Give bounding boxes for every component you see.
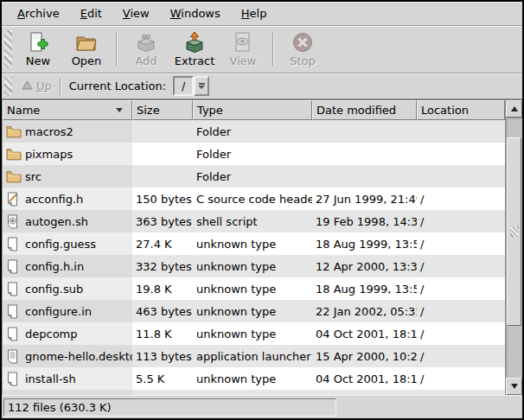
- cell-date: 04 Oct 2001, 18:12: [312, 367, 417, 390]
- file-icon: [6, 237, 25, 251]
- stop-button[interactable]: Stop: [278, 28, 327, 71]
- cell-location: /: [417, 210, 505, 232]
- cell-size: 150 bytes: [132, 188, 193, 210]
- cell-type: Folder: [193, 143, 312, 165]
- combo-dropdown-icon[interactable]: [194, 76, 209, 96]
- column-header-name[interactable]: Name: [3, 100, 132, 120]
- file-icon: [6, 259, 25, 274]
- cell-type: unknown type: [193, 255, 312, 277]
- toolbar-button-label: Stop: [290, 54, 316, 67]
- location-combobox[interactable]: /: [173, 76, 209, 96]
- up-button-label: Up: [36, 80, 52, 92]
- column-header-size[interactable]: Size: [132, 100, 193, 120]
- scrollbar-grip-icon: [510, 226, 519, 237]
- scrollbar-thumb[interactable]: [507, 137, 521, 326]
- table-row[interactable]: acconfig.h150 bytesC source code header2…: [3, 188, 505, 210]
- add-button[interactable]: Add: [122, 28, 170, 71]
- cell-type: unknown type: [193, 277, 312, 300]
- toolbar: NewOpenAddExtractViewStop: [2, 26, 522, 73]
- cell-date: [312, 143, 417, 165]
- file-table: NameSizeTypeDate modifiedLocation macros…: [2, 99, 522, 395]
- scrollbar-track[interactable]: [506, 118, 522, 378]
- cell-location: /: [417, 277, 505, 300]
- menu-help[interactable]: Help: [231, 3, 278, 23]
- cell-date: [312, 120, 417, 143]
- cell-date: 18 Aug 1999, 13:53: [312, 277, 417, 300]
- extract-button[interactable]: Extract: [170, 28, 219, 71]
- cell-location: /: [417, 367, 505, 390]
- file-name: depcomp: [25, 328, 78, 340]
- toolbar-grip-handle[interactable]: [4, 30, 12, 68]
- folder-icon: [6, 148, 25, 161]
- stop-icon: [291, 30, 314, 54]
- table-row[interactable]: gnome-hello.desktop113 bytesapplication …: [3, 345, 505, 367]
- table-row[interactable]: depcomp11.8 Kunknown type04 Oct 2001, 18…: [3, 322, 505, 345]
- open-archive-icon: [74, 30, 99, 54]
- column-header-date[interactable]: Date modified: [312, 100, 417, 120]
- table-row[interactable]: config.h.in332 bytesunknown type12 Apr 2…: [3, 255, 505, 277]
- column-header-location[interactable]: Location: [417, 100, 505, 120]
- cell-size: 332 bytes: [132, 255, 193, 277]
- column-header-label: Date modified: [316, 104, 396, 117]
- table-row[interactable]: srcFolder: [3, 165, 505, 188]
- cell-name: gnome-hello.desktop: [3, 345, 132, 367]
- column-header-type[interactable]: Type: [193, 100, 312, 120]
- table-row[interactable]: config.sub19.8 Kunknown type18 Aug 1999,…: [3, 277, 505, 300]
- menu-windows[interactable]: Windows: [160, 3, 231, 23]
- cell-date: 04 Oct 2001, 18:12: [312, 322, 417, 345]
- table-row[interactable]: macros2Folder: [3, 120, 505, 143]
- new-button[interactable]: New: [14, 28, 62, 71]
- cell-type: Folder: [193, 120, 312, 143]
- view-button[interactable]: View: [219, 28, 267, 71]
- cell-type: unknown type: [193, 232, 312, 255]
- file-name: acconfig.h: [25, 193, 83, 206]
- cell-location: /: [417, 322, 505, 345]
- file-name: config.sub: [25, 283, 83, 296]
- cell-location: [417, 165, 505, 188]
- menu-archive[interactable]: Archive: [7, 3, 70, 23]
- statusbar: 112 files (630.3 K): [2, 395, 522, 418]
- cell-location: /: [417, 300, 505, 322]
- cell-name: autogen.sh: [3, 210, 132, 232]
- extract-icon: [183, 30, 206, 54]
- cell-name: configure.in: [3, 300, 132, 322]
- table-row[interactable]: autogen.sh363 bytesshell script19 Feb 19…: [3, 210, 505, 232]
- cell-date: 19 Feb 1998, 14:31: [312, 210, 417, 232]
- cell-date: 15 Apr 2000, 10:21: [312, 345, 417, 367]
- table-row[interactable]: install-sh5.5 Kunknown type04 Oct 2001, …: [3, 367, 505, 390]
- cell-date: 18 Aug 1999, 13:53: [312, 232, 417, 255]
- cell-type: unknown type: [193, 322, 312, 345]
- cell-date: 12 Apr 2000, 13:36: [312, 255, 417, 277]
- cell-name: install-sh: [3, 367, 132, 390]
- file-name: gnome-hello.desktop: [25, 350, 132, 363]
- cell-type: unknown type: [193, 367, 312, 390]
- scrollbar-down-button[interactable]: [506, 378, 522, 395]
- file-name: config.guess: [25, 238, 96, 251]
- file-name: configure.in: [25, 305, 92, 318]
- cell-date: 22 Jan 2002, 05:35: [312, 300, 417, 322]
- cell-location: /: [417, 232, 505, 255]
- location-value: /: [173, 76, 194, 96]
- locationbar-grip-handle[interactable]: [4, 77, 12, 96]
- file-icon: [6, 282, 25, 296]
- file-icon: [6, 327, 25, 341]
- column-header-label: Location: [421, 104, 469, 117]
- menu-edit[interactable]: Edit: [70, 3, 112, 23]
- table-row[interactable]: pixmapsFolder: [3, 143, 505, 165]
- scroll-up-icon: [511, 106, 518, 111]
- up-button[interactable]: Up: [16, 77, 58, 95]
- file-name: macros2: [25, 125, 73, 138]
- desktop-entry-icon: [6, 349, 25, 364]
- table-row[interactable]: configure.in463 bytesunknown type22 Jan …: [3, 300, 505, 322]
- cell-size: 19.8 K: [132, 277, 193, 300]
- open-button[interactable]: Open: [62, 28, 111, 71]
- cell-name: src: [3, 165, 132, 188]
- vertical-scrollbar[interactable]: [505, 100, 522, 395]
- cell-type: C source code header: [193, 188, 312, 210]
- menu-view[interactable]: View: [112, 3, 160, 23]
- cell-name: config.h.in: [3, 255, 132, 277]
- table-row[interactable]: config.guess27.4 Kunknown type18 Aug 199…: [3, 232, 505, 255]
- scrollbar-up-button[interactable]: [506, 100, 522, 118]
- folder-icon: [6, 125, 25, 138]
- column-header-label: Type: [197, 104, 223, 117]
